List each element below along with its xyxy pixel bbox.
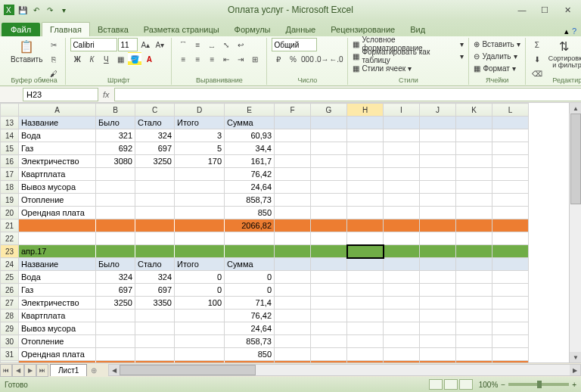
font-color-icon[interactable]: A — [142, 52, 156, 66]
sheet-nav-first-icon[interactable]: ⏮ — [0, 364, 12, 377]
underline-button[interactable]: Ч — [99, 52, 113, 66]
italic-button[interactable]: К — [85, 52, 98, 66]
cell-I13[interactable] — [384, 117, 420, 129]
cell-A18[interactable]: Вывоз мусора — [19, 181, 96, 194]
cell-F30[interactable] — [275, 335, 311, 348]
cell-styles-button[interactable]: ▦Стили ячеек ▾ — [353, 62, 464, 74]
formula-input[interactable] — [114, 88, 581, 101]
scroll-left-icon[interactable]: ◀ — [109, 365, 120, 375]
cell-H23[interactable] — [347, 245, 384, 258]
cell-A32[interactable] — [19, 361, 96, 363]
row-header-15[interactable]: 15 — [1, 142, 19, 155]
cell-A24[interactable]: Название — [19, 258, 96, 271]
cell-I22[interactable] — [384, 232, 420, 245]
scroll-right-icon[interactable]: ▶ — [570, 365, 580, 375]
scroll-down-icon[interactable]: ▼ — [570, 352, 581, 362]
cell-G22[interactable] — [311, 232, 347, 245]
cell-K30[interactable] — [456, 335, 492, 348]
cell-I24[interactable] — [384, 258, 420, 271]
cell-C25[interactable]: 324 — [135, 271, 175, 284]
cell-C24[interactable]: Стало — [135, 258, 175, 271]
format-as-table-button[interactable]: ▦Форматировать как таблицу ▾ — [353, 50, 464, 62]
cell-K18[interactable] — [456, 181, 492, 194]
cell-D26[interactable]: 0 — [175, 284, 225, 297]
cell-C18[interactable] — [135, 181, 175, 194]
cell-L30[interactable] — [492, 335, 529, 348]
cell-D24[interactable]: Итого — [175, 258, 225, 271]
cell-J14[interactable] — [420, 129, 456, 142]
cell-E23[interactable] — [225, 245, 275, 258]
cell-L17[interactable] — [492, 168, 529, 181]
sheet-nav-prev-icon[interactable]: ◀ — [12, 364, 24, 377]
cell-J20[interactable] — [420, 207, 456, 219]
cell-C13[interactable]: Стало — [135, 117, 175, 129]
cell-E18[interactable]: 24,64 — [225, 181, 275, 194]
cell-G17[interactable] — [311, 168, 347, 181]
cell-E29[interactable]: 24,64 — [225, 322, 275, 335]
cell-J28[interactable] — [420, 310, 456, 322]
cell-K29[interactable] — [456, 322, 492, 335]
cell-C30[interactable] — [135, 335, 175, 348]
cell-I23[interactable] — [384, 245, 420, 258]
save-icon[interactable]: 💾 — [17, 4, 29, 16]
cell-F15[interactable] — [275, 142, 311, 155]
cell-J23[interactable] — [420, 245, 456, 258]
col-header-A[interactable]: A — [19, 104, 96, 117]
align-top-icon[interactable]: ⎴ — [176, 38, 190, 51]
cell-G20[interactable] — [311, 207, 347, 219]
sheet-tab[interactable]: Лист1 — [50, 364, 87, 376]
cell-D25[interactable]: 0 — [175, 271, 225, 284]
ribbon-tab-3[interactable]: Формулы — [227, 23, 278, 36]
cell-J15[interactable] — [420, 142, 456, 155]
ribbon-tab-2[interactable]: Разметка страницы — [136, 23, 227, 36]
cell-C27[interactable]: 3350 — [135, 297, 175, 310]
cell-C26[interactable]: 697 — [135, 284, 175, 297]
zoom-in-icon[interactable]: + — [572, 381, 576, 389]
row-header-30[interactable]: 30 — [1, 335, 19, 348]
sheet-nav-next-icon[interactable]: ▶ — [24, 364, 36, 377]
cell-I31[interactable] — [384, 348, 420, 361]
cell-C21[interactable] — [135, 219, 175, 232]
cell-B26[interactable]: 697 — [96, 284, 135, 297]
page-break-view-icon[interactable] — [459, 379, 473, 390]
ribbon-tab-1[interactable]: Вставка — [90, 23, 136, 36]
cell-G21[interactable] — [311, 219, 347, 232]
cell-H24[interactable] — [347, 258, 384, 271]
cell-A21[interactable] — [19, 219, 96, 232]
cell-B22[interactable] — [96, 232, 135, 245]
cell-H29[interactable] — [347, 322, 384, 335]
cell-L26[interactable] — [492, 284, 529, 297]
cell-F14[interactable] — [275, 129, 311, 142]
cell-A19[interactable]: Отопление — [19, 194, 96, 207]
cell-D27[interactable]: 100 — [175, 297, 225, 310]
cell-L14[interactable] — [492, 129, 529, 142]
cell-H18[interactable] — [347, 181, 384, 194]
cell-G26[interactable] — [311, 284, 347, 297]
help-icon[interactable]: ? — [572, 26, 576, 36]
cell-E28[interactable]: 76,42 — [225, 310, 275, 322]
cell-K25[interactable] — [456, 271, 492, 284]
cell-C31[interactable] — [135, 348, 175, 361]
cell-J18[interactable] — [420, 181, 456, 194]
ribbon-tab-4[interactable]: Данные — [278, 23, 323, 36]
wrap-text-icon[interactable]: ↩ — [234, 38, 247, 51]
cell-C14[interactable]: 324 — [135, 129, 175, 142]
ribbon-tab-0[interactable]: Главная — [42, 22, 90, 36]
cell-D15[interactable]: 5 — [175, 142, 225, 155]
cell-K14[interactable] — [456, 129, 492, 142]
cell-L27[interactable] — [492, 297, 529, 310]
cell-K13[interactable] — [456, 117, 492, 129]
cell-H20[interactable] — [347, 207, 384, 219]
cell-L24[interactable] — [492, 258, 529, 271]
row-header-14[interactable]: 14 — [1, 129, 19, 142]
cell-E15[interactable]: 34,4 — [225, 142, 275, 155]
sheet-nav-last-icon[interactable]: ⏭ — [36, 364, 48, 377]
row-header-21[interactable]: 21 — [1, 219, 19, 232]
orientation-icon[interactable]: ⤡ — [219, 38, 233, 51]
cell-L13[interactable] — [492, 117, 529, 129]
row-header-23[interactable]: 23 — [1, 245, 19, 258]
cell-D13[interactable]: Итого — [175, 117, 225, 129]
font-name-select[interactable] — [70, 38, 117, 51]
cell-A31[interactable]: Орендная плата — [19, 348, 96, 361]
cell-B28[interactable] — [96, 310, 135, 322]
